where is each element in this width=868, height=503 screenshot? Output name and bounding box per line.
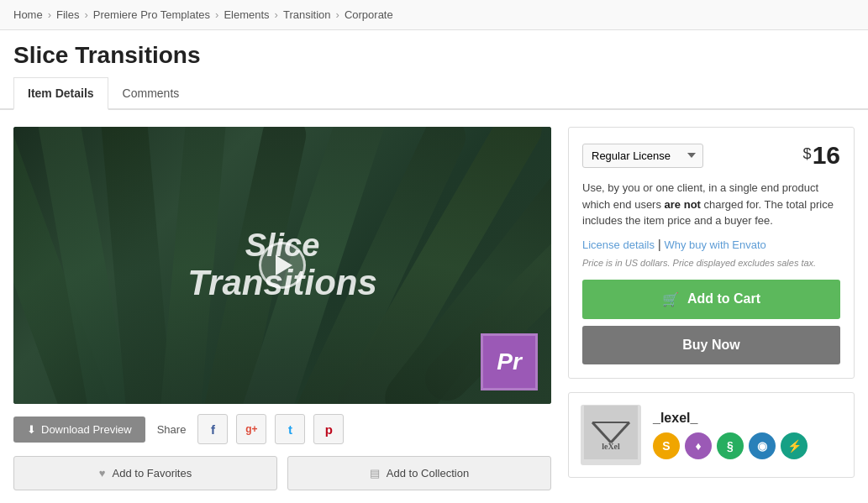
video-background: Slice Transitions Pr [13,127,551,404]
google-plus-button[interactable]: g+ [236,414,266,444]
breadcrumb-corporate: Corporate [345,8,393,21]
pinterest-button[interactable]: p [313,414,344,444]
license-description: Use, by you or one client, in a single e… [582,180,840,229]
sep: › [275,8,278,21]
license-select[interactable]: Regular License Extended License [582,144,703,168]
right-panel: Regular License Extended License $16 Use… [568,127,855,478]
facebook-icon: f [211,422,215,437]
license-box: Regular License Extended License $16 Use… [568,127,855,379]
breadcrumb-files[interactable]: Files [56,8,79,21]
fav-actions: ♥ Add to Favorites ▤ Add to Collection [13,456,551,490]
sep: › [48,8,51,21]
sep: › [336,8,339,21]
left-panel: Slice Transitions Pr ⬇ Download Preview … [13,127,551,490]
license-header: Regular License Extended License $16 [582,141,840,170]
video-actions: ⬇ Download Preview Share f g+ t p [13,414,551,444]
breadcrumb-templates[interactable]: Premiere Pro Templates [93,8,210,21]
add-to-cart-button[interactable]: 🛒 Add to Cart [582,280,840,319]
breadcrumb-elements[interactable]: Elements [224,8,269,21]
buy-now-button[interactable]: Buy Now [582,326,840,364]
share-label: Share [154,417,190,443]
author-avatar[interactable]: leXel [581,405,641,465]
avatar-svg: leXel [584,406,638,459]
tabs: Item Details Comments [0,77,868,110]
badge-country: ◉ [749,432,776,459]
svg-text:leXel: leXel [602,442,620,451]
author-box: leXel _lexel_ S ♦ § ◉ ⚡ [568,392,855,478]
svg-rect-0 [584,406,638,459]
license-desc-bold: are not [665,198,701,211]
twitter-icon: t [288,422,292,437]
badge-verified: § [717,432,744,459]
badge-award: ♦ [685,432,712,459]
breadcrumb: Home › Files › Premiere Pro Templates › … [0,0,868,30]
collection-icon: ▤ [370,467,380,479]
twitter-button[interactable]: t [275,414,305,444]
link-separator: | [655,238,664,251]
license-details-link[interactable]: License details [582,238,655,251]
add-to-cart-label: Add to Cart [687,291,760,307]
license-links: License details | Why buy with Envato [582,238,840,251]
price-value: 16 [813,141,840,169]
download-preview-label: Download Preview [41,423,132,436]
breadcrumb-transition[interactable]: Transition [283,8,331,21]
heart-icon: ♥ [99,467,106,479]
video-player[interactable]: Slice Transitions Pr [13,127,551,404]
add-to-favorites-button[interactable]: ♥ Add to Favorites [13,456,277,490]
badge-elite: ⚡ [781,432,808,459]
author-info: _lexel_ S ♦ § ◉ ⚡ [653,411,842,459]
pinterest-icon: p [325,422,333,437]
download-preview-button[interactable]: ⬇ Download Preview [13,417,145,443]
price-currency: $ [803,145,812,162]
pr-badge: Pr [481,333,538,390]
cart-icon: 🛒 [662,291,679,307]
main-layout: Slice Transitions Pr ⬇ Download Preview … [0,110,868,503]
why-envato-link[interactable]: Why buy with Envato [664,238,765,251]
author-badges: S ♦ § ◉ ⚡ [653,432,842,459]
sep: › [84,8,87,21]
play-button[interactable] [259,242,306,289]
facebook-button[interactable]: f [197,414,228,444]
breadcrumb-home[interactable]: Home [13,8,43,21]
price-display: $16 [803,141,840,170]
tab-comments[interactable]: Comments [108,77,194,110]
add-to-favorites-label: Add to Favorites [113,467,192,479]
price-note: Price is in US dollars. Price displayed … [582,258,840,268]
author-name: _lexel_ [653,411,842,426]
badge-seller: S [653,432,680,459]
google-plus-icon: g+ [245,423,257,435]
avatar-text: leXel [584,406,638,464]
add-to-collection-label: Add to Collection [387,467,469,479]
buy-now-label: Buy Now [682,338,739,352]
download-icon: ⬇ [27,423,36,436]
tab-item-details[interactable]: Item Details [13,77,108,110]
page-title: Slice Transitions [0,30,868,77]
sep: › [215,8,218,21]
add-to-collection-button[interactable]: ▤ Add to Collection [287,456,551,490]
